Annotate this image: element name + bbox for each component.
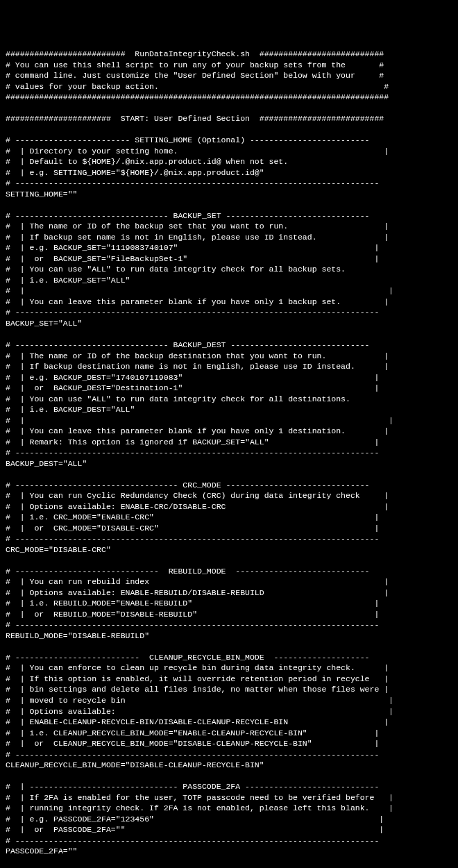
title-line: ######################### RunDataIntegri…: [6, 49, 384, 58]
setting-home-line: # | e.g. SETTING_HOME="${HOME}/.@nix.app…: [6, 168, 264, 177]
rebuild-mode-head: # ------------------------------ REBUILD…: [6, 567, 370, 576]
backup-set-line: # | or BACKUP_SET="FileBackupSet-1" |: [6, 254, 379, 263]
cleanup-mode-foot: # --------------------------------------…: [6, 750, 379, 759]
backup-set-line: # | You can leave this parameter blank i…: [6, 297, 389, 306]
backup-dest-line: # | |: [6, 416, 393, 425]
header-line: # values for your backup action. #: [6, 82, 389, 91]
rebuild-mode-foot: # --------------------------------------…: [6, 620, 379, 629]
setting-home-value: SETTING_HOME="": [6, 190, 78, 199]
backup-set-line: # | e.g. BACKUP_SET="1119083740107" |: [6, 243, 379, 252]
start-section: ###################### START: User Defin…: [6, 114, 384, 123]
setting-home-head: # ------------------------ SETTING_HOME …: [6, 135, 370, 144]
cleanup-mode-line: # | or CLEANUP_RECYCLE_BIN_MODE="DISABLE…: [6, 739, 379, 748]
passcode-2fa-line: # | or PASSCODE_2FA="" |: [6, 825, 384, 834]
passcode-2fa-line: # | e.g. PASSCODE_2FA="123456" |: [6, 815, 384, 824]
backup-dest-foot: # --------------------------------------…: [6, 448, 379, 457]
rebuild-mode-line: # | i.e. REBUILD_MODE="ENABLE-REBUILD" |: [6, 599, 379, 608]
header-line: # You can use this shell script to run a…: [6, 60, 384, 69]
passcode-2fa-head: # | ------------------------------- PASS…: [6, 782, 379, 791]
passcode-2fa-line: # | running integrity check. If 2FA is n…: [6, 803, 393, 812]
setting-home-foot: # --------------------------------------…: [6, 178, 379, 187]
cleanup-mode-value: CLEANUP_RECYCLE_BIN_MODE="DISABLE-CLEANU…: [6, 760, 264, 769]
backup-dest-line: # | The name or ID of the backup destina…: [6, 351, 389, 360]
header-line: # command line. Just customize the "User…: [6, 71, 384, 80]
cleanup-mode-line: # | moved to recycle bin |: [6, 696, 393, 705]
cleanup-mode-line: # | You can enforce to clean up recycle …: [6, 663, 389, 672]
backup-dest-value: BACKUP_DEST="ALL": [6, 459, 87, 468]
backup-set-line: # | |: [6, 286, 393, 295]
script-content: ######################### RunDataIntegri…: [6, 49, 452, 868]
backup-dest-line: # | e.g. BACKUP_DEST="1740107119083" |: [6, 373, 379, 382]
crc-mode-foot: # --------------------------------------…: [6, 534, 379, 543]
passcode-2fa-line: # | If 2FA is enabled for the user, TOTP…: [6, 793, 393, 802]
cleanup-mode-line: # | If this option is enabled, it will o…: [6, 674, 389, 683]
rebuild-mode-line: # | or REBUILD_MODE="DISABLE-REBUILD" |: [6, 610, 379, 619]
header-line: ########################################…: [6, 92, 389, 101]
crc-mode-line: # | Options available: ENABLE-CRC/DISABL…: [6, 502, 389, 511]
backup-dest-line: # | You can leave this parameter blank i…: [6, 426, 389, 435]
backup-set-head: # -------------------------------- BACKU…: [6, 211, 370, 220]
passcode-2fa-value: PASSCODE_2FA="": [6, 846, 78, 856]
crc-mode-line: # | or CRC_MODE="DISABLE-CRC" |: [6, 524, 379, 533]
cleanup-mode-line: # | bin settings and delete all files in…: [6, 685, 389, 694]
crc-mode-line: # | You can run Cyclic Redundancy Check …: [6, 491, 389, 500]
cleanup-mode-head: # -------------------------- CLEANUP_REC…: [6, 653, 370, 662]
backup-set-line: # | If backup set name is not in English…: [6, 233, 389, 242]
backup-dest-line: # | i.e. BACKUP_DEST="ALL": [6, 405, 135, 414]
passcode-2fa-foot: # --------------------------------------…: [6, 836, 379, 845]
backup-dest-line: # | or BACKUP_DEST="Destination-1" |: [6, 383, 379, 392]
backup-set-line: # | i.e. BACKUP_SET="ALL": [6, 276, 130, 285]
backup-set-line: # | You can use "ALL" to run data integr…: [6, 265, 346, 274]
backup-dest-line: # | If backup destination name is not in…: [6, 362, 389, 371]
crc-mode-line: # | i.e. CRC_MODE="ENABLE-CRC" |: [6, 512, 379, 521]
cleanup-mode-line: # | ENABLE-CLEANUP-RECYCLE-BIN/DISABLE-C…: [6, 717, 389, 726]
rebuild-mode-line: # | You can run rebuild index |: [6, 577, 389, 586]
backup-dest-line: # | You can use "ALL" to run data integr…: [6, 394, 350, 403]
setting-home-line: # | Default to ${HOME}/.@nix.app.product…: [6, 157, 288, 166]
backup-dest-head: # -------------------------------- BACKU…: [6, 340, 370, 349]
backup-set-foot: # --------------------------------------…: [6, 308, 379, 317]
cleanup-mode-line: # | Options available: |: [6, 707, 393, 716]
backup-set-line: # | The name or ID of the backup set tha…: [6, 222, 389, 231]
cleanup-mode-line: # | i.e. CLEANUP_RECYCLE_BIN_MODE="ENABL…: [6, 728, 379, 737]
rebuild-mode-line: # | Options available: ENABLE-REBUILD/DI…: [6, 588, 389, 597]
setting-home-line: # | Directory to your setting home. |: [6, 147, 389, 156]
backup-dest-line: # | Remark: This option is ignored if BA…: [6, 437, 379, 446]
crc-mode-value: CRC_MODE="DISABLE-CRC": [6, 545, 111, 554]
backup-set-value: BACKUP_SET="ALL": [6, 319, 82, 328]
rebuild-mode-value: REBUILD_MODE="DISABLE-REBUILD": [6, 631, 149, 640]
crc-mode-head: # ---------------------------------- CRC…: [6, 481, 370, 490]
